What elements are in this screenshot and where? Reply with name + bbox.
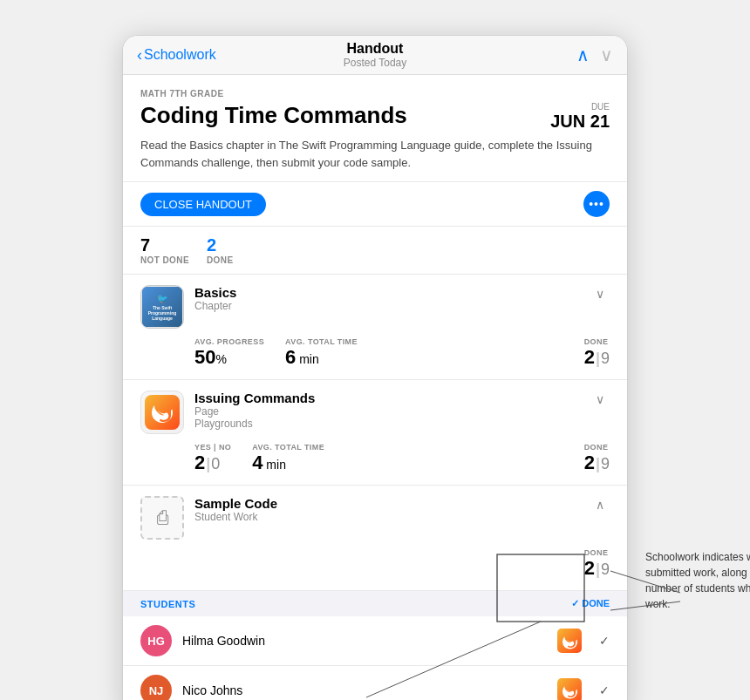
basics-time-value: 6 min — [285, 346, 358, 369]
issuing-done-col: DONE 2|9 — [584, 443, 610, 474]
svg-rect-1 — [557, 629, 582, 653]
basics-item: 🐦 The Swift Programming Language Basics … — [123, 275, 627, 380]
sample-code-stats: DONE 2|9 — [140, 548, 610, 580]
assignment-title: Coding Time Commands — [140, 102, 536, 129]
sample-code-info: Sample Code Student Work — [194, 496, 580, 523]
basics-progress-label: AVG. PROGRESS — [194, 337, 264, 346]
student-row-hilma[interactable]: HG Hilma Goodwin ✓ — [123, 616, 627, 666]
ipad-frame: ‹ Schoolwork Handout Posted Today ∧ ∨ MA… — [122, 35, 628, 700]
student-row-nico[interactable]: NJ Nico Johns ✓ — [123, 666, 627, 700]
sample-code-name: Sample Code — [194, 496, 580, 511]
issuing-time-col: AVG. TOTAL TIME 4 min — [252, 443, 324, 474]
nav-bar: ‹ Schoolwork Handout Posted Today ∧ ∨ — [123, 36, 627, 75]
issuing-type1: Page — [194, 405, 580, 418]
action-row: CLOSE HANDOUT ••• — [123, 182, 627, 227]
student-swift-file-icon-nico[interactable] — [557, 678, 582, 700]
issuing-name: Issuing Commands — [194, 391, 580, 405]
stats-row: 7 NOT DONE 2 DONE — [123, 227, 627, 275]
assignment-header: MATH 7TH GRADE Coding Time Commands Due … — [123, 75, 627, 182]
close-handout-button[interactable]: CLOSE HANDOUT — [140, 193, 266, 216]
svg-rect-2 — [557, 678, 582, 700]
done-filter[interactable]: ✓ DONE — [571, 598, 610, 609]
student-name-hilma: Hilma Goodwin — [182, 634, 547, 648]
student-swift-file-icon-hilma[interactable] — [557, 629, 582, 653]
nav-title: Handout — [344, 41, 407, 57]
done-count: 2 — [207, 235, 234, 255]
issuing-done-value: 2|9 — [584, 452, 610, 474]
done-label: DONE — [207, 255, 234, 265]
issuing-yesno-label: YES | NO — [194, 443, 231, 452]
back-label: Schoolwork — [144, 47, 216, 63]
students-label: STUDENTS — [140, 599, 195, 609]
chevron-down-icon[interactable]: ∨ — [600, 44, 613, 65]
sample-code-done-col: DONE 2|9 — [584, 548, 610, 580]
issuing-collapse-icon[interactable]: ∨ — [590, 391, 610, 408]
sample-code-type: Student Work — [194, 511, 580, 523]
chevron-up-icon[interactable]: ∧ — [576, 44, 590, 65]
sample-code-collapse-icon[interactable]: ∧ — [590, 496, 610, 513]
issuing-type2: Playgrounds — [194, 418, 580, 430]
issuing-stats: YES | NO 2|0 AVG. TOTAL TIME 4 min DONE — [140, 443, 610, 474]
doc-icon: ⎙ — [157, 506, 168, 529]
basics-book-icon: 🐦 The Swift Programming Language — [140, 285, 184, 329]
basics-done-value: 2|9 — [584, 346, 610, 369]
issuing-yesno-value: 2|0 — [194, 452, 231, 474]
swift-icon — [140, 391, 184, 434]
svg-rect-0 — [145, 395, 180, 430]
not-done-count: 7 — [140, 235, 189, 255]
back-chevron-icon: ‹ — [137, 46, 142, 65]
basics-done-col: DONE 2|9 — [584, 337, 610, 369]
due-date: JUN 21 — [550, 112, 610, 132]
basics-info: Basics Chapter — [194, 285, 580, 312]
basics-name: Basics — [194, 285, 580, 300]
issuing-yesno-col: YES | NO 2|0 — [194, 443, 231, 474]
student-check-hilma: ✓ — [599, 634, 610, 648]
basics-type: Chapter — [194, 300, 580, 312]
swift-bird-decoration: 🐦 — [157, 294, 167, 303]
basics-time-label: AVG. TOTAL TIME — [285, 337, 358, 346]
sample-code-done-value: 2|9 — [584, 557, 610, 580]
sample-code-done-label: DONE — [584, 548, 610, 557]
back-button[interactable]: ‹ Schoolwork — [137, 46, 216, 65]
more-button[interactable]: ••• — [583, 191, 610, 217]
issuing-done-label: DONE — [584, 443, 610, 452]
nav-actions: ∧ ∨ — [576, 44, 613, 65]
basics-progress-col: AVG. PROGRESS 50% — [194, 337, 264, 369]
nav-subtitle: Posted Today — [344, 57, 407, 69]
issuing-time-value: 4 min — [252, 452, 324, 474]
students-header: STUDENTS ✓ DONE — [123, 591, 627, 616]
grade-label: MATH 7TH GRADE — [140, 89, 610, 99]
due-label: Due — [550, 102, 610, 112]
more-dots-icon: ••• — [589, 197, 604, 211]
issuing-commands-item: Issuing Commands Page Playgrounds ∨ YES … — [123, 380, 627, 486]
done-stat: 2 DONE — [207, 235, 234, 265]
avatar-nico: NJ — [140, 675, 172, 700]
assignment-description: Read the Basics chapter in The Swift Pro… — [140, 137, 610, 171]
basics-progress-value: 50% — [194, 346, 264, 369]
basics-collapse-icon[interactable]: ∨ — [590, 285, 610, 302]
sample-code-item: ⎙ Sample Code Student Work ∧ DONE 2|9 — [123, 486, 627, 591]
basics-stats: AVG. PROGRESS 50% AVG. TOTAL TIME 6 min … — [140, 337, 610, 369]
not-done-label: NOT DONE — [140, 255, 189, 265]
issuing-info: Issuing Commands Page Playgrounds — [194, 391, 580, 430]
book-cover-text: The Swift Programming Language — [146, 305, 179, 321]
student-name-nico: Nico Johns — [182, 683, 547, 697]
right-annotation: Schoolwork indicates which students subm… — [645, 549, 750, 612]
sample-code-icon: ⎙ — [140, 496, 184, 540]
basics-done-label: DONE — [584, 337, 610, 346]
nav-center: Handout Posted Today — [344, 41, 407, 69]
student-check-nico: ✓ — [599, 683, 610, 697]
basics-time-col: AVG. TOTAL TIME 6 min — [285, 337, 358, 369]
issuing-time-label: AVG. TOTAL TIME — [252, 443, 324, 452]
avatar-hilma: HG — [140, 625, 172, 656]
not-done-stat: 7 NOT DONE — [140, 235, 189, 265]
